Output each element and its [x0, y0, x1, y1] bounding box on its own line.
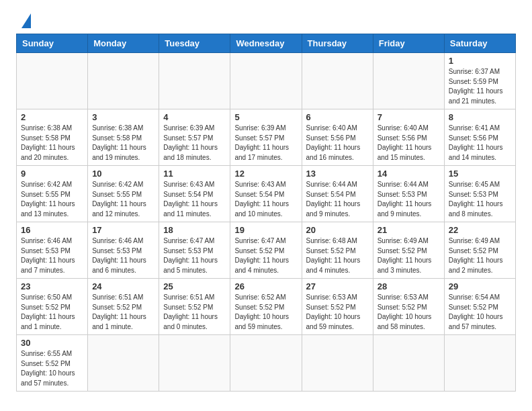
day-number: 16 [21, 225, 83, 235]
logo [16, 13, 31, 28]
day-number: 29 [449, 281, 511, 291]
calendar-cell [88, 53, 159, 109]
calendar-cell: 15Sunrise: 6:45 AMSunset: 5:53 PMDayligh… [444, 166, 515, 222]
day-number: 18 [163, 225, 226, 235]
day-number: 5 [234, 112, 297, 122]
day-info: Sunrise: 6:44 AMSunset: 5:53 PMDaylight:… [378, 180, 440, 219]
day-info: Sunrise: 6:53 AMSunset: 5:52 PMDaylight:… [378, 293, 440, 332]
day-number: 21 [378, 225, 440, 235]
day-info: Sunrise: 6:39 AMSunset: 5:57 PMDaylight:… [163, 124, 226, 163]
day-number: 9 [21, 169, 83, 179]
calendar-cell [159, 335, 230, 392]
day-number: 27 [306, 281, 369, 291]
day-info: Sunrise: 6:53 AMSunset: 5:52 PMDaylight:… [306, 293, 369, 332]
day-info: Sunrise: 6:40 AMSunset: 5:56 PMDaylight:… [378, 124, 440, 163]
day-info: Sunrise: 6:37 AMSunset: 5:59 PMDaylight:… [449, 67, 511, 106]
day-number: 14 [378, 169, 440, 179]
weekday-thursday: Thursday [302, 34, 373, 53]
day-number: 26 [234, 281, 297, 291]
day-info: Sunrise: 6:44 AMSunset: 5:54 PMDaylight:… [306, 180, 369, 219]
weekday-sunday: Sunday [17, 34, 88, 53]
day-info: Sunrise: 6:38 AMSunset: 5:58 PMDaylight:… [92, 124, 154, 163]
day-number: 8 [449, 112, 511, 122]
day-number: 25 [163, 281, 226, 291]
calendar-cell: 6Sunrise: 6:40 AMSunset: 5:56 PMDaylight… [302, 109, 373, 166]
calendar-cell: 13Sunrise: 6:44 AMSunset: 5:54 PMDayligh… [302, 166, 373, 222]
day-info: Sunrise: 6:42 AMSunset: 5:55 PMDaylight:… [92, 180, 154, 219]
calendar-cell: 19Sunrise: 6:47 AMSunset: 5:52 PMDayligh… [230, 222, 302, 279]
calendar-cell [230, 335, 302, 392]
day-number: 20 [306, 225, 369, 235]
day-info: Sunrise: 6:50 AMSunset: 5:52 PMDaylight:… [21, 293, 83, 332]
header [16, 13, 516, 26]
day-info: Sunrise: 6:39 AMSunset: 5:57 PMDaylight:… [234, 124, 297, 163]
day-info: Sunrise: 6:52 AMSunset: 5:52 PMDaylight:… [234, 293, 297, 332]
day-number: 3 [92, 112, 154, 122]
calendar-cell: 1Sunrise: 6:37 AMSunset: 5:59 PMDaylight… [444, 53, 515, 109]
day-info: Sunrise: 6:46 AMSunset: 5:53 PMDaylight:… [92, 236, 154, 275]
day-number: 1 [449, 56, 511, 66]
day-info: Sunrise: 6:46 AMSunset: 5:53 PMDaylight:… [21, 236, 83, 275]
day-info: Sunrise: 6:51 AMSunset: 5:52 PMDaylight:… [163, 293, 226, 332]
calendar-cell: 14Sunrise: 6:44 AMSunset: 5:53 PMDayligh… [373, 166, 444, 222]
day-number: 15 [449, 169, 511, 179]
day-number: 7 [378, 112, 440, 122]
calendar-cell: 16Sunrise: 6:46 AMSunset: 5:53 PMDayligh… [17, 222, 88, 279]
calendar-cell: 3Sunrise: 6:38 AMSunset: 5:58 PMDaylight… [88, 109, 159, 166]
day-number: 11 [163, 169, 226, 179]
day-number: 6 [306, 112, 369, 122]
calendar-cell: 28Sunrise: 6:53 AMSunset: 5:52 PMDayligh… [373, 279, 444, 335]
day-info: Sunrise: 6:47 AMSunset: 5:52 PMDaylight:… [234, 236, 297, 275]
logo-area [16, 13, 31, 26]
day-info: Sunrise: 6:38 AMSunset: 5:58 PMDaylight:… [21, 124, 83, 163]
calendar-cell: 12Sunrise: 6:43 AMSunset: 5:54 PMDayligh… [230, 166, 302, 222]
calendar-cell: 30Sunrise: 6:55 AMSunset: 5:52 PMDayligh… [17, 335, 88, 392]
calendar-cell: 29Sunrise: 6:54 AMSunset: 5:52 PMDayligh… [444, 279, 515, 335]
day-info: Sunrise: 6:47 AMSunset: 5:53 PMDaylight:… [163, 236, 226, 275]
day-info: Sunrise: 6:48 AMSunset: 5:52 PMDaylight:… [306, 236, 369, 275]
calendar-cell: 17Sunrise: 6:46 AMSunset: 5:53 PMDayligh… [88, 222, 159, 279]
calendar-cell: 21Sunrise: 6:49 AMSunset: 5:52 PMDayligh… [373, 222, 444, 279]
day-number: 17 [92, 225, 154, 235]
calendar-cell: 2Sunrise: 6:38 AMSunset: 5:58 PMDaylight… [17, 109, 88, 166]
day-info: Sunrise: 6:43 AMSunset: 5:54 PMDaylight:… [163, 180, 226, 219]
calendar-cell [88, 335, 159, 392]
calendar-cell [302, 335, 373, 392]
calendar-cell: 27Sunrise: 6:53 AMSunset: 5:52 PMDayligh… [302, 279, 373, 335]
calendar-cell: 25Sunrise: 6:51 AMSunset: 5:52 PMDayligh… [159, 279, 230, 335]
calendar-cell: 10Sunrise: 6:42 AMSunset: 5:55 PMDayligh… [88, 166, 159, 222]
logo-triangle-icon [21, 13, 31, 28]
day-number: 10 [92, 169, 154, 179]
calendar-cell: 8Sunrise: 6:41 AMSunset: 5:56 PMDaylight… [444, 109, 515, 166]
day-info: Sunrise: 6:51 AMSunset: 5:52 PMDaylight:… [92, 293, 154, 332]
calendar-cell: 9Sunrise: 6:42 AMSunset: 5:55 PMDaylight… [17, 166, 88, 222]
calendar-cell [230, 53, 302, 109]
calendar-cell [373, 53, 444, 109]
day-info: Sunrise: 6:55 AMSunset: 5:52 PMDaylight:… [21, 349, 83, 388]
weekday-wednesday: Wednesday [230, 34, 302, 53]
calendar-cell: 11Sunrise: 6:43 AMSunset: 5:54 PMDayligh… [159, 166, 230, 222]
day-info: Sunrise: 6:40 AMSunset: 5:56 PMDaylight:… [306, 124, 369, 163]
day-info: Sunrise: 6:41 AMSunset: 5:56 PMDaylight:… [449, 124, 511, 163]
day-number: 24 [92, 281, 154, 291]
day-number: 22 [449, 225, 511, 235]
weekday-saturday: Saturday [444, 34, 515, 53]
day-number: 23 [21, 281, 83, 291]
calendar-cell [17, 53, 88, 109]
calendar-cell: 18Sunrise: 6:47 AMSunset: 5:53 PMDayligh… [159, 222, 230, 279]
day-info: Sunrise: 6:42 AMSunset: 5:55 PMDaylight:… [21, 180, 83, 219]
calendar-cell [159, 53, 230, 109]
weekday-friday: Friday [373, 34, 444, 53]
weekday-header-row: SundayMondayTuesdayWednesdayThursdayFrid… [17, 34, 516, 53]
day-number: 13 [306, 169, 369, 179]
day-number: 30 [21, 338, 83, 348]
day-number: 28 [378, 281, 440, 291]
calendar-cell: 5Sunrise: 6:39 AMSunset: 5:57 PMDaylight… [230, 109, 302, 166]
weekday-monday: Monday [88, 34, 159, 53]
day-info: Sunrise: 6:49 AMSunset: 5:52 PMDaylight:… [378, 236, 440, 275]
day-info: Sunrise: 6:43 AMSunset: 5:54 PMDaylight:… [234, 180, 297, 219]
calendar-cell [444, 335, 515, 392]
day-info: Sunrise: 6:54 AMSunset: 5:52 PMDaylight:… [449, 293, 511, 332]
day-number: 12 [234, 169, 297, 179]
calendar-cell: 4Sunrise: 6:39 AMSunset: 5:57 PMDaylight… [159, 109, 230, 166]
